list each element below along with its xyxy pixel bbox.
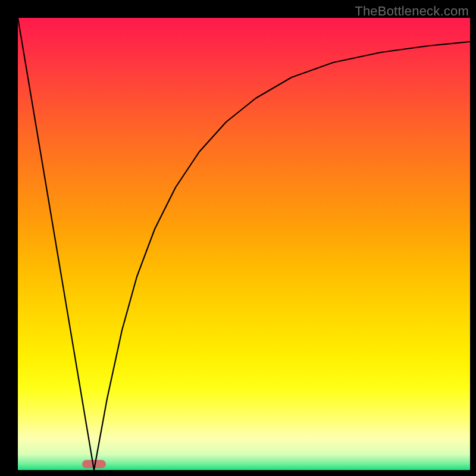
chart-frame: TheBottleneck.com [0, 0, 476, 476]
plot-area [18, 18, 470, 470]
bottleneck-curve [18, 18, 470, 470]
watermark-text: TheBottleneck.com [355, 4, 469, 19]
